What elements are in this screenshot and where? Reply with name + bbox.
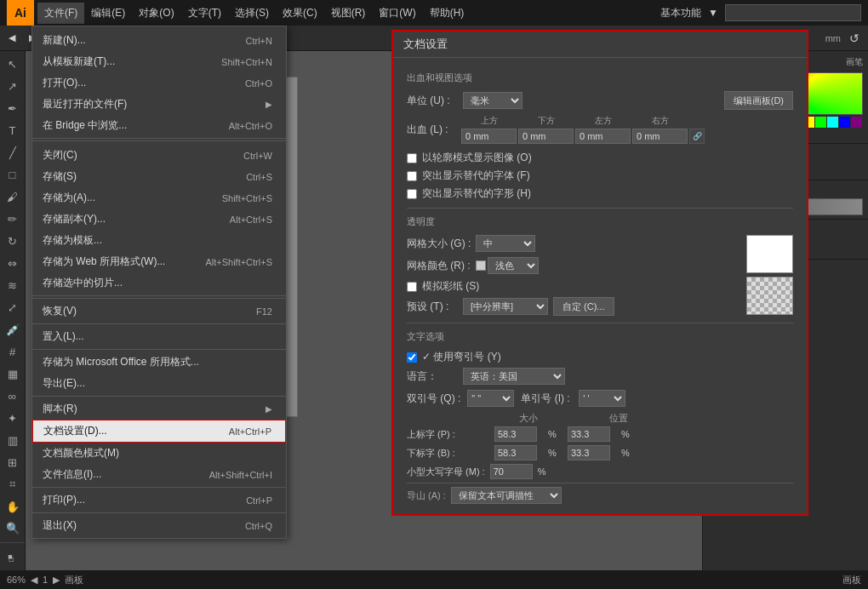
menu-doc-settings[interactable]: 文档设置(D)... Alt+Ctrl+P <box>32 420 286 443</box>
menu-scripts[interactable]: 脚本(R) ▶ <box>32 398 286 420</box>
page-num: 1 <box>43 575 48 585</box>
tool-select[interactable]: ↖ <box>3 54 23 75</box>
swatch-lime[interactable] <box>815 117 826 128</box>
swatch-cyan[interactable] <box>827 117 838 128</box>
rotate-btn[interactable]: ↺ <box>844 30 865 47</box>
grid-color-select[interactable]: 浅色 <box>488 257 539 274</box>
toolbar-btn-1[interactable]: ◀ <box>3 31 20 45</box>
swatch-blue[interactable] <box>839 117 850 128</box>
tool-column[interactable]: ▥ <box>3 430 23 450</box>
menu-save-web[interactable]: 存储为 Web 所用格式(W)... Alt+Shift+Ctrl+S <box>32 251 286 272</box>
cb-rasterize[interactable] <box>407 153 417 163</box>
menu-place[interactable]: 置入(L)... <box>32 326 286 347</box>
menu-save-template[interactable]: 存储为模板... <box>32 230 286 251</box>
unit-select[interactable]: 毫米 <box>463 92 523 109</box>
menu-color-mode[interactable]: 文档颜色模式(M) <box>32 443 286 464</box>
menu-object[interactable]: 对象(O) <box>132 3 180 24</box>
tool-warp[interactable]: ≋ <box>3 276 23 296</box>
cb-highlight-subs[interactable] <box>407 171 417 181</box>
tool-scale[interactable]: ⤢ <box>3 297 23 317</box>
sub-pos-input[interactable] <box>568 445 610 460</box>
nav-next[interactable]: ▶ <box>53 575 60 586</box>
menu-file-info[interactable]: 文件信息(I)... Alt+Shift+Ctrl+I <box>32 464 286 485</box>
menu-export[interactable]: 导出(E)... <box>32 373 286 394</box>
bleed-right-col: 右方 <box>632 115 688 144</box>
tool-zoom[interactable]: 🔍 <box>3 518 23 539</box>
menu-window[interactable]: 窗口(W) <box>372 3 422 24</box>
menu-edit[interactable]: 编辑(E) <box>84 3 132 24</box>
link-bleed-btn[interactable]: 🔗 <box>689 129 705 144</box>
menu-saveas[interactable]: 存储为(A)... Shift+Ctrl+S <box>32 187 286 209</box>
menu-help[interactable]: 帮助(H) <box>423 3 471 24</box>
menu-new[interactable]: 新建(N)... Ctrl+N <box>32 30 286 51</box>
dquote-select[interactable]: " " <box>467 390 514 407</box>
menu-section-new: 新建(N)... Ctrl+N 从模板新建(T)... Shift+Ctrl+N… <box>32 28 286 139</box>
menu-close[interactable]: 关闭(C) Ctrl+W <box>32 145 286 166</box>
tool-paintbrush[interactable]: 🖌 <box>3 187 23 208</box>
bleed-top-input[interactable] <box>461 129 517 144</box>
menu-recent[interactable]: 最近打开的文件(F) ▶ <box>32 94 286 115</box>
tool-text[interactable]: T <box>3 121 23 141</box>
dquote-label: 双引号 (Q) : <box>407 392 460 406</box>
edit-canvas-btn[interactable]: 编辑画板(D) <box>724 91 793 110</box>
cb-quotes[interactable] <box>407 352 417 363</box>
menu-quit[interactable]: 退出(X) Ctrl+Q <box>32 515 286 536</box>
sep-6 <box>32 487 286 488</box>
subscript-row: 下标字 (B) : % % <box>407 445 793 460</box>
menu-text[interactable]: 文字(T) <box>181 3 228 24</box>
menu-save-slices[interactable]: 存储选中的切片... <box>32 272 286 294</box>
smallcap-input[interactable] <box>490 464 533 479</box>
sep-3 <box>32 323 286 324</box>
sep-2 <box>32 298 286 299</box>
grid-size-select[interactable]: 中 <box>476 235 535 252</box>
custom-btn[interactable]: 自定 (C)... <box>553 297 614 316</box>
super-pos-input[interactable] <box>568 426 610 442</box>
tool-fill[interactable]: ■□ <box>3 546 23 567</box>
tool-symbol[interactable]: ✦ <box>3 408 23 428</box>
squote-select[interactable]: ' ' <box>579 390 625 407</box>
menu-select[interactable]: 选择(S) <box>228 3 276 24</box>
bleed-top-label: 上方 <box>481 115 498 127</box>
tool-line[interactable]: ╱ <box>3 143 23 163</box>
nav-prev[interactable]: ◀ <box>31 575 37 586</box>
menu-effect[interactable]: 效果(C) <box>276 3 324 24</box>
bleed-right-input[interactable] <box>632 129 688 144</box>
tool-eyedrop[interactable]: 💉 <box>3 319 23 340</box>
presets-select[interactable]: [中分辨率] <box>463 298 548 315</box>
menu-file[interactable]: 文件(F) <box>37 3 84 24</box>
tool-pencil[interactable]: ✏ <box>3 209 23 230</box>
cb-highlight-glyphs[interactable] <box>407 189 417 199</box>
menu-bridge[interactable]: 在 Bridge 中浏览... Alt+Ctrl+O <box>32 115 286 136</box>
menu-revert[interactable]: 恢复(V) F12 <box>32 300 286 322</box>
tool-hand[interactable]: ✋ <box>3 496 23 517</box>
menu-print[interactable]: 打印(P)... Ctrl+P <box>32 489 286 511</box>
tool-gradient[interactable]: ▦ <box>3 363 23 384</box>
menu-save[interactable]: 存储(S) Ctrl+S <box>32 166 286 187</box>
menu-new-template[interactable]: 从模板新建(T)... Shift+Ctrl+N <box>32 51 286 72</box>
lang-row: 语言： 英语：美国 <box>407 368 793 385</box>
swatch-purple[interactable] <box>851 117 862 128</box>
lang-select[interactable]: 英语：美国 <box>463 368 565 385</box>
tool-slice[interactable]: ⌗ <box>3 474 23 495</box>
tool-direct[interactable]: ↗ <box>3 77 23 97</box>
menu-open[interactable]: 打开(O)... Ctrl+O <box>32 72 286 94</box>
super-size-input[interactable] <box>494 426 537 442</box>
bottom-select[interactable]: 保留文本可调描性 <box>451 487 562 504</box>
tool-blend[interactable]: ∞ <box>3 386 23 406</box>
search-input[interactable] <box>725 4 861 21</box>
tool-mirror[interactable]: ⇔ <box>3 254 23 274</box>
bleed-left-input[interactable] <box>575 129 631 144</box>
menu-view[interactable]: 视图(R) <box>324 3 373 24</box>
cb-simulate[interactable] <box>407 282 417 292</box>
bleed-bottom-input[interactable] <box>518 129 574 144</box>
tool-pen[interactable]: ✒ <box>3 99 23 119</box>
tool-mesh[interactable]: # <box>3 341 23 362</box>
tool-artboard[interactable]: ⊞ <box>3 452 23 472</box>
status-bar: 66% ◀ 1 ▶ 画板 画板 <box>0 570 868 589</box>
menu-savecopy[interactable]: 存储副本(Y)... Alt+Ctrl+S <box>32 209 286 230</box>
menu-save-office[interactable]: 存储为 Microsoft Office 所用格式... <box>32 352 286 373</box>
tool-rotate[interactable]: ↻ <box>3 232 23 252</box>
sub-size-input[interactable] <box>494 445 537 460</box>
bleed-left-col: 左方 <box>575 115 631 144</box>
tool-rect[interactable]: □ <box>3 165 23 186</box>
